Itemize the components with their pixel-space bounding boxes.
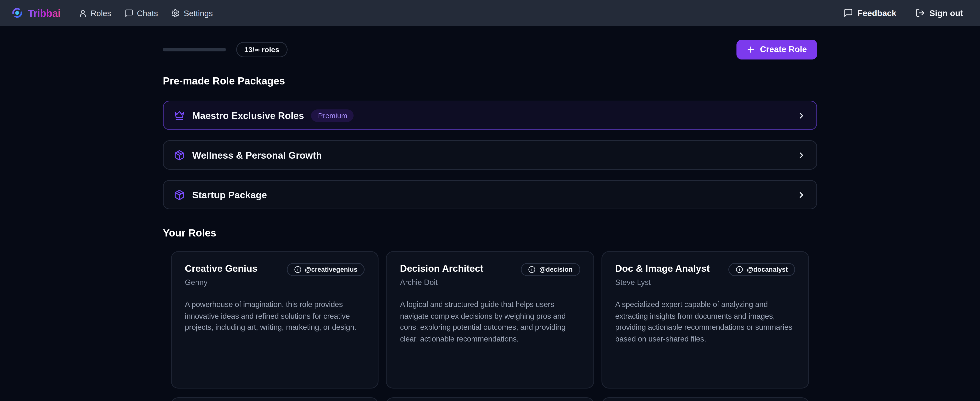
package-icon <box>174 150 185 161</box>
crown-icon <box>174 110 185 121</box>
role-subtitle: Genny <box>185 278 258 286</box>
app-root: Tribbai Roles Chats Settings <box>0 0 980 401</box>
user-icon <box>78 8 87 18</box>
role-handle-badge[interactable]: @decision <box>521 263 580 276</box>
nav-item-label: Chats <box>137 8 158 18</box>
package-row-maestro[interactable]: Maestro Exclusive Roles Premium <box>163 101 817 130</box>
role-subtitle: Steve Lyst <box>615 278 710 286</box>
role-handle-badge[interactable]: @docanalyst <box>729 263 795 276</box>
roles-toolbar: 13/∞ roles Create Role <box>163 39 817 59</box>
roles-progress-bar <box>163 48 226 51</box>
main-content: 13/∞ roles Create Role Pre-made Role Pac… <box>163 39 817 401</box>
premium-badge: Premium <box>311 109 354 122</box>
card-header: Creative Genius Genny @creativegenius <box>185 263 365 286</box>
signout-label: Sign out <box>929 8 963 18</box>
nav-item-label: Roles <box>91 8 111 18</box>
info-icon <box>528 266 536 273</box>
package-row-wellness[interactable]: Wellness & Personal Growth <box>163 140 817 170</box>
role-description: A logical and structured guide that help… <box>400 299 580 345</box>
card-title-block: Decision Architect Archie Doit <box>400 263 484 286</box>
package-label: Startup Package <box>192 189 267 200</box>
sign-out-icon <box>915 8 925 18</box>
nav-item-chats[interactable]: Chats <box>124 8 158 18</box>
info-icon <box>736 266 743 273</box>
card-header: Doc & Image Analyst Steve Lyst @docanaly… <box>615 263 795 286</box>
chevron-right-icon <box>797 150 806 160</box>
feedback-bubble-icon <box>843 8 853 18</box>
brand[interactable]: Tribbai <box>12 7 60 19</box>
create-role-label: Create Role <box>760 45 807 54</box>
nav-right: Feedback Sign out <box>843 8 963 18</box>
role-handle: @decision <box>539 266 573 273</box>
tribbai-logo-icon <box>12 7 23 18</box>
role-handle: @docanalyst <box>747 266 788 273</box>
chevron-right-icon <box>797 190 806 200</box>
gear-icon <box>171 8 180 18</box>
role-card-stub[interactable] <box>386 397 594 401</box>
role-card-creative-genius[interactable]: Creative Genius Genny @creativegenius A … <box>171 251 379 388</box>
role-card-grid-next-row <box>171 397 809 401</box>
top-navbar: Tribbai Roles Chats Settings <box>0 0 980 26</box>
signout-button[interactable]: Sign out <box>915 8 963 18</box>
package-icon <box>174 189 185 200</box>
role-card-stub[interactable] <box>601 397 809 401</box>
nav-item-settings[interactable]: Settings <box>171 8 213 18</box>
role-handle-badge[interactable]: @creativegenius <box>286 263 365 276</box>
chevron-right-icon <box>797 111 806 120</box>
role-description: A powerhouse of imagination, this role p… <box>185 299 365 333</box>
feedback-label: Feedback <box>858 8 896 18</box>
role-title: Decision Architect <box>400 263 484 274</box>
plus-icon <box>747 45 755 53</box>
brand-name: Tribbai <box>28 7 60 19</box>
feedback-button[interactable]: Feedback <box>843 8 896 18</box>
roles-count-badge: 13/∞ roles <box>236 42 287 57</box>
card-title-block: Doc & Image Analyst Steve Lyst <box>615 263 710 286</box>
role-card-decision-architect[interactable]: Decision Architect Archie Doit @decision… <box>386 251 594 388</box>
role-handle: @creativegenius <box>305 266 358 273</box>
card-title-block: Creative Genius Genny <box>185 263 258 286</box>
role-card-grid: Creative Genius Genny @creativegenius A … <box>171 251 809 388</box>
package-list: Maestro Exclusive Roles Premium Wellness… <box>163 101 817 209</box>
nav-item-roles[interactable]: Roles <box>78 8 111 18</box>
role-card-doc-image-analyst[interactable]: Doc & Image Analyst Steve Lyst @docanaly… <box>601 251 809 388</box>
package-label: Maestro Exclusive Roles <box>192 110 304 121</box>
role-description: A specialized expert capable of analyzin… <box>615 299 795 345</box>
packages-heading: Pre-made Role Packages <box>163 75 817 87</box>
package-row-startup[interactable]: Startup Package <box>163 180 817 209</box>
create-role-button[interactable]: Create Role <box>737 40 817 59</box>
role-subtitle: Archie Doit <box>400 278 484 286</box>
role-title: Doc & Image Analyst <box>615 263 710 274</box>
chat-bubble-icon <box>124 8 133 18</box>
your-roles-heading: Your Roles <box>163 227 817 239</box>
main-nav: Roles Chats Settings <box>78 8 213 18</box>
role-title: Creative Genius <box>185 263 258 274</box>
info-icon <box>294 266 301 273</box>
nav-item-label: Settings <box>184 8 213 18</box>
card-header: Decision Architect Archie Doit @decision <box>400 263 580 286</box>
role-card-stub[interactable] <box>171 397 379 401</box>
package-label: Wellness & Personal Growth <box>192 150 322 161</box>
